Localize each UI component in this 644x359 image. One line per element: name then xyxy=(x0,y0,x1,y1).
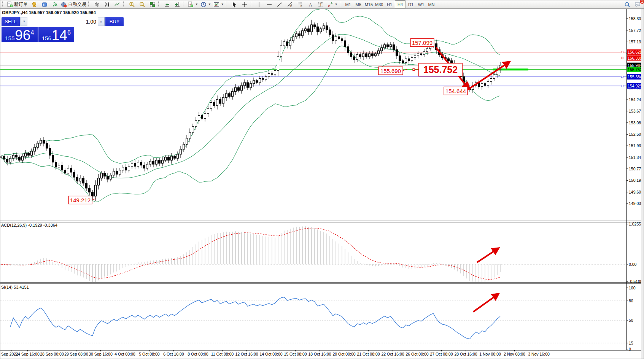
new-order-icon xyxy=(7,2,13,8)
line-handle[interactable] xyxy=(621,76,623,78)
tf-m15-button[interactable]: M15 xyxy=(364,1,374,8)
svg-text:26 Oct 00:00: 26 Oct 00:00 xyxy=(405,352,428,356)
svg-text:100: 100 xyxy=(629,286,636,290)
tf-m30-button-label: M30 xyxy=(375,2,383,7)
zoom-out-button[interactable] xyxy=(137,1,147,8)
text-icon: A xyxy=(307,2,313,8)
tf-h1-button[interactable]: H1 xyxy=(385,1,395,8)
chat-button[interactable]: 1 xyxy=(632,1,642,8)
autotrade-icon xyxy=(61,2,67,8)
line-chart-button[interactable] xyxy=(112,1,122,8)
search-button[interactable] xyxy=(622,1,632,8)
auto-scroll-button[interactable] xyxy=(162,1,172,8)
line-handle[interactable] xyxy=(621,51,623,53)
tf-h4-button[interactable]: H4 xyxy=(395,0,406,8)
svg-text:21 Oct 08:00: 21 Oct 08:00 xyxy=(357,352,380,356)
terminal-window: 新订单自动交易▼▼▼EFAT▼M1M5M15M30H1H4D1W1MN1 158… xyxy=(0,0,644,359)
svg-text:4 Oct 00:00: 4 Oct 00:00 xyxy=(114,352,135,356)
hline-button[interactable] xyxy=(264,1,275,8)
chart-shift-button[interactable] xyxy=(172,1,182,8)
svg-text:156.628: 156.628 xyxy=(628,50,642,54)
tf-w1-button[interactable]: W1 xyxy=(416,1,426,8)
tf-m5-button[interactable]: M5 xyxy=(353,1,364,8)
tf-d1-button[interactable]: D1 xyxy=(406,1,416,8)
new-order-button[interactable]: 新订单 xyxy=(6,1,29,8)
chart-area[interactable]: 158.305157.720157.135156.550155.965155.3… xyxy=(0,9,644,359)
svg-text:155.384: 155.384 xyxy=(628,75,642,79)
rsi-indicator-label: SI(14) 53.4151 xyxy=(1,285,29,289)
deposit-icon xyxy=(31,2,37,8)
templates-button[interactable]: ▼ xyxy=(212,1,225,8)
svg-text:3 Nov 16:00: 3 Nov 16:00 xyxy=(528,352,550,356)
window-edge-strip xyxy=(641,9,644,359)
line-handle[interactable] xyxy=(621,57,623,59)
tf-m30-button[interactable]: M30 xyxy=(374,1,384,8)
line-chart-icon xyxy=(114,2,121,8)
community-icon xyxy=(41,2,48,8)
svg-text:155.752: 155.752 xyxy=(423,64,458,75)
buy-button[interactable]: BUY xyxy=(105,17,124,26)
svg-text:12 Oct 16:00: 12 Oct 16:00 xyxy=(235,352,258,356)
svg-text:6 Oct 16:00: 6 Oct 16:00 xyxy=(163,352,184,356)
search-icon xyxy=(624,2,630,8)
fibo-retracement-button[interactable]: F xyxy=(295,1,305,8)
deposit-button[interactable] xyxy=(29,1,39,8)
volume-decrease-button[interactable]: ▼ xyxy=(21,17,27,26)
volume-increase-button[interactable]: ▲ xyxy=(98,17,104,26)
periods-icon xyxy=(200,2,207,8)
cursor-button[interactable] xyxy=(229,1,240,8)
line-handle[interactable] xyxy=(621,85,623,87)
text-button[interactable]: A xyxy=(305,1,316,8)
buy-price[interactable]: 156146 xyxy=(38,27,75,42)
tf-mn-button-label: MN xyxy=(428,2,434,7)
volume-input[interactable] xyxy=(27,17,98,26)
tf-m5-button-label: M5 xyxy=(356,2,361,7)
crosshair-icon xyxy=(242,2,248,8)
fibo-expansion-icon: E xyxy=(287,2,293,8)
svg-text:15 Oct 08:00: 15 Oct 08:00 xyxy=(284,352,307,356)
chevron-down-icon: ▼ xyxy=(335,3,338,6)
svg-text:22 Oct 16:00: 22 Oct 16:00 xyxy=(381,352,404,356)
sell-button[interactable]: SELL xyxy=(2,17,20,26)
svg-text:154.644: 154.644 xyxy=(445,88,466,94)
svg-text:5 Oct 08:00: 5 Oct 08:00 xyxy=(139,352,159,356)
candle-chart-icon xyxy=(104,2,110,8)
community-button[interactable] xyxy=(39,1,49,8)
bar-chart-icon xyxy=(94,2,100,8)
svg-text:27 Oct 08:00: 27 Oct 08:00 xyxy=(430,352,453,356)
svg-text:29 Sep 08:00: 29 Sep 08:00 xyxy=(64,352,88,356)
vline-button[interactable] xyxy=(254,1,264,8)
trendline-button[interactable] xyxy=(275,1,285,8)
crosshair-button[interactable] xyxy=(240,1,250,8)
chevron-down-icon: ▼ xyxy=(208,3,211,6)
svg-text:157.099: 157.099 xyxy=(412,40,433,46)
svg-text:0.00: 0.00 xyxy=(629,262,637,267)
periods-button[interactable]: ▼ xyxy=(199,1,212,8)
text-label-button[interactable]: T xyxy=(316,1,326,8)
zoom-in-button[interactable] xyxy=(127,1,137,8)
bar-chart-button[interactable] xyxy=(92,1,102,8)
toolbar-grip xyxy=(158,2,160,7)
tf-mn-button[interactable]: MN xyxy=(426,1,437,8)
autotrade-button[interactable]: 自动交易 xyxy=(60,1,87,8)
tile-windows-button[interactable] xyxy=(147,1,157,8)
tf-m15-button-label: M15 xyxy=(365,2,373,7)
toolbar-grip xyxy=(88,2,90,7)
buy-price-sup: 6 xyxy=(67,30,71,36)
toolbar: 新订单自动交易▼▼▼EFAT▼M1M5M15M30H1H4D1W1MN1 xyxy=(0,0,644,9)
chevron-down-icon: ▼ xyxy=(195,3,198,6)
toolbar-grip xyxy=(2,2,4,7)
notification-badge: 1 xyxy=(640,0,644,4)
vline-icon xyxy=(256,2,262,8)
toolbar-grip xyxy=(226,2,228,7)
svg-text:E: E xyxy=(290,5,292,8)
sell-price[interactable]: 155964 xyxy=(2,27,38,42)
tf-m1-button[interactable]: M1 xyxy=(343,1,353,8)
candle-chart-button[interactable] xyxy=(102,1,112,8)
text-label-icon: T xyxy=(318,2,324,8)
arrows-button[interactable]: ▼ xyxy=(326,1,339,8)
fibo-expansion-button[interactable]: E xyxy=(285,1,295,8)
indicators-button[interactable]: ▼ xyxy=(186,1,199,8)
toolbar-grip xyxy=(123,2,125,7)
signals-button[interactable] xyxy=(49,1,60,8)
